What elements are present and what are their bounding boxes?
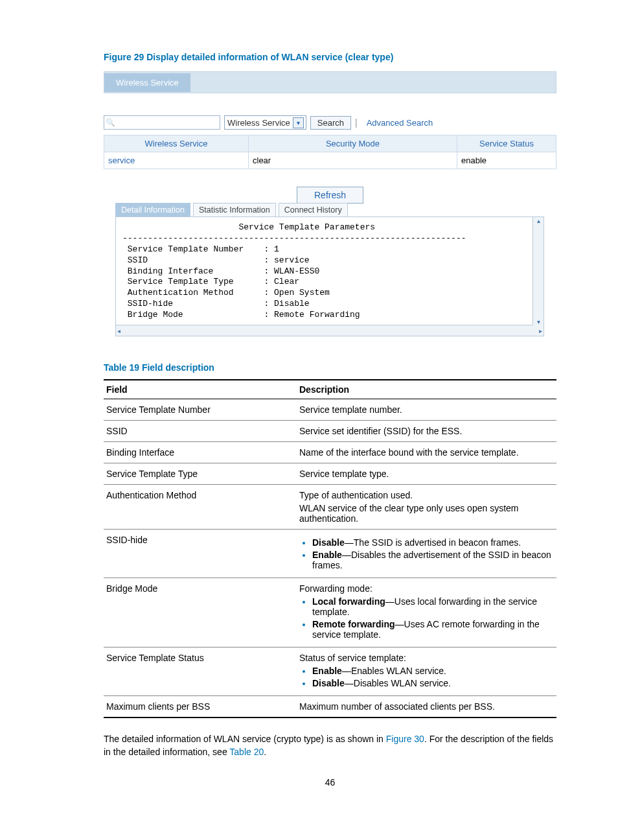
tab-detail-information[interactable]: Detail Information [115, 203, 190, 216]
search-button[interactable]: Search [310, 116, 351, 130]
figure-caption: Figure 29 Display detailed information o… [104, 52, 556, 62]
table-row: SSID-hide Disable—The SSID is advertised… [104, 530, 556, 578]
refresh-button[interactable]: Refresh [297, 187, 363, 204]
figure-30-link[interactable]: Figure 30 [386, 734, 424, 744]
search-category-select[interactable]: Wireless Service ▾ [224, 115, 306, 130]
table-row: Service Template Type Service template t… [104, 463, 556, 485]
cell-status: enable [457, 152, 556, 169]
chevron-down-icon: ▾ [293, 117, 304, 128]
scroll-down-icon: ▾ [537, 318, 540, 325]
table-caption: Table 19 Field description [104, 362, 556, 373]
horizontal-scrollbar[interactable]: ◂ ▸ [116, 325, 544, 336]
advanced-search-link[interactable]: Advanced Search [367, 118, 433, 128]
page-number: 46 [104, 777, 556, 788]
table-row: Bridge Mode Forwarding mode: Local forwa… [104, 578, 556, 648]
col-security-mode: Security Mode [249, 135, 457, 152]
select-value: Wireless Service [227, 118, 290, 128]
table-20-link[interactable]: Table 20 [229, 747, 264, 757]
table-row: Maximum clients per BSS Maximum number o… [104, 696, 556, 718]
search-row: 🔍 Wireless Service ▾ Search | Advanced S… [104, 115, 556, 130]
scroll-up-icon: ▴ [537, 217, 540, 224]
list-item: Disable—Disables WLAN service. [312, 678, 554, 688]
header-tab-wireless-service: Wireless Service [104, 73, 190, 92]
scroll-left-icon: ◂ [117, 327, 120, 334]
table-row: SSID Service set identifier (SSID) for t… [104, 421, 556, 442]
table-row: service clear enable [104, 152, 556, 169]
table-row: Binding Interface Name of the interface … [104, 442, 556, 463]
col-wireless-service: Wireless Service [104, 135, 249, 152]
list-item: Remote forwarding—Uses AC remote forward… [312, 619, 554, 640]
list-item: Enable—Enables WLAN service. [312, 666, 554, 676]
footer-paragraph: The detailed information of WLAN service… [104, 732, 556, 759]
tabs-row: Detail Information Statistic Information… [115, 203, 556, 216]
list-item: Enable—Disables the advertisement of the… [312, 550, 554, 570]
detail-output-text: Service Template Parameters ------------… [116, 217, 544, 325]
service-list-table: Wireless Service Security Mode Service S… [104, 135, 556, 169]
table-row: Authentication Method Type of authentica… [104, 485, 556, 530]
field-description-table: Field Description Service Template Numbe… [104, 379, 556, 718]
cell-mode: clear [249, 152, 457, 169]
list-item: Local forwarding—Uses local forwarding i… [312, 596, 554, 617]
service-link[interactable]: service [108, 156, 135, 165]
scroll-right-icon: ▸ [539, 327, 542, 334]
search-icon: 🔍 [106, 118, 115, 127]
table-row: Service Template Number Service template… [104, 399, 556, 421]
detail-output-box: Service Template Parameters ------------… [115, 216, 544, 336]
th-field: Field [104, 380, 297, 399]
tab-statistic-information[interactable]: Statistic Information [193, 203, 276, 216]
vertical-scrollbar[interactable]: ▴ ▾ [532, 217, 544, 325]
table-row: Service Template Status Status of servic… [104, 648, 556, 696]
search-input[interactable]: 🔍 [104, 115, 220, 130]
col-service-status: Service Status [457, 135, 556, 152]
tab-connect-history[interactable]: Connect History [279, 203, 348, 216]
list-item: Disable—The SSID is advertised in beacon… [312, 537, 554, 548]
th-description: Description [297, 380, 556, 399]
window-header-bar: Wireless Service [104, 71, 556, 93]
